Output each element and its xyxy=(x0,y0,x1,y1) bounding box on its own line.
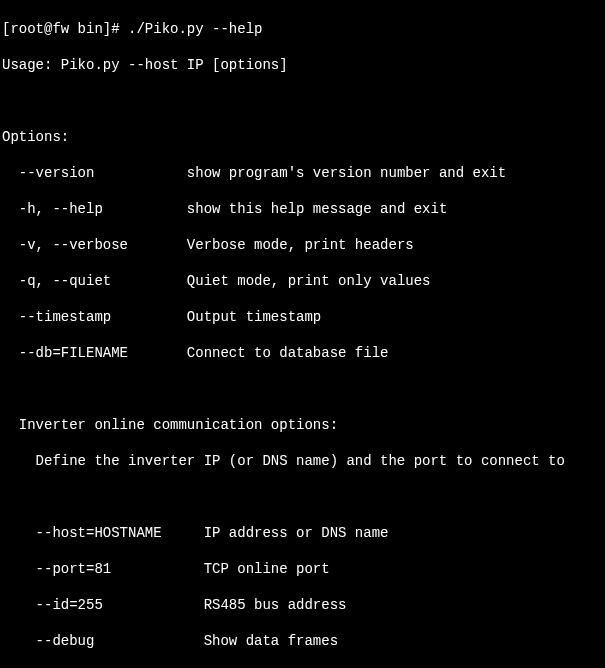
option-line: -v, --verbose Verbose mode, print header… xyxy=(2,236,603,254)
option-line: --id=255 RS485 bus address xyxy=(2,596,603,614)
option-line: --version show program's version number … xyxy=(2,164,603,182)
usage-line: Usage: Piko.py --host IP [options] xyxy=(2,56,603,74)
prompt-line: [root@fw bin]# ./Piko.py --help xyxy=(2,20,603,38)
blank-line xyxy=(2,380,603,398)
option-line: --timestamp Output timestamp xyxy=(2,308,603,326)
blank-line xyxy=(2,488,603,506)
blank-line xyxy=(2,92,603,110)
option-line: --port=81 TCP online port xyxy=(2,560,603,578)
section-desc: Define the inverter IP (or DNS name) and… xyxy=(2,452,603,470)
option-line: --host=HOSTNAME IP address or DNS name xyxy=(2,524,603,542)
option-line: --debug Show data frames xyxy=(2,632,603,650)
option-line: -q, --quiet Quiet mode, print only value… xyxy=(2,272,603,290)
section-header: Inverter online communication options: xyxy=(2,416,603,434)
terminal-output: [root@fw bin]# ./Piko.py --help Usage: P… xyxy=(0,0,605,668)
option-line: --db=FILENAME Connect to database file xyxy=(2,344,603,362)
option-line: -h, --help show this help message and ex… xyxy=(2,200,603,218)
options-header: Options: xyxy=(2,128,603,146)
